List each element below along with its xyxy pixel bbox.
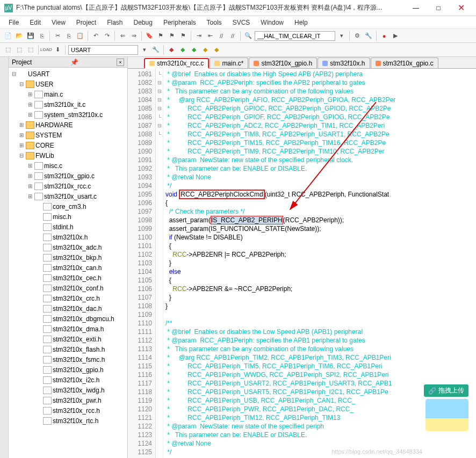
tab-stm32f10x-rcc-c[interactable]: stm32f10x_rcc.c [144, 58, 209, 69]
file-stm32f10x_exti-h[interactable]: stm32f10x_exti.h [9, 334, 127, 344]
save-icon[interactable]: 💾 [26, 31, 35, 41]
target-combo[interactable] [68, 45, 138, 55]
file-stm32f10x_rcc-c[interactable]: ⊞stm32f10x_rcc.c [9, 181, 127, 191]
menu-tools[interactable]: Tools [203, 18, 226, 27]
run-icon[interactable]: ▶ [391, 31, 400, 41]
twisty-icon[interactable]: ⊞ [27, 193, 33, 199]
file-stm32f10x-h[interactable]: stm32f10x.h [9, 232, 127, 242]
twisty-icon[interactable]: ⊞ [27, 112, 33, 118]
file-stm32f10x_adc-h[interactable]: stm32f10x_adc.h [9, 242, 127, 252]
tab-main-c-[interactable]: main.c* [210, 57, 248, 68]
file-system_stm32f10x-c[interactable]: ⊞system_stm32f10x.c [9, 110, 127, 120]
menu-svcs[interactable]: SVCS [228, 18, 255, 27]
options-icon[interactable]: 🔧 [151, 45, 161, 55]
search-input[interactable] [255, 31, 335, 41]
group-system[interactable]: ⊞SYSTEM [9, 130, 127, 140]
file-stm32f10x_cec-h[interactable]: stm32f10x_cec.h [9, 273, 127, 283]
open-icon[interactable]: 📂 [15, 31, 24, 41]
tab-stm32f10x-gpio-c[interactable]: stm32f10x_gpio.c [371, 57, 438, 68]
menu-file[interactable]: File [4, 18, 23, 27]
pack-icon[interactable]: ◆ [189, 45, 199, 55]
flag-icon[interactable]: ⚑ [156, 31, 165, 41]
file-stm32f10x_rcc-h[interactable]: stm32f10x_rcc.h [9, 405, 127, 416]
file-stm32f10x_pwr-h[interactable]: stm32f10x_pwr.h [9, 395, 127, 405]
twisty-icon[interactable]: ⊟ [18, 152, 25, 158]
file-misc-c[interactable]: ⊞misc.c [9, 161, 127, 171]
menu-flash[interactable]: Flash [103, 18, 127, 27]
group-hardware[interactable]: ⊞HARDWARE [9, 120, 127, 130]
flag-next-icon[interactable]: ⚑ [178, 31, 188, 41]
find-icon[interactable]: 🔍 [243, 31, 253, 41]
books-icon[interactable]: ◆ [178, 45, 187, 55]
select-icon[interactable]: ◆ [212, 45, 221, 55]
breakpoint-icon[interactable]: ● [379, 31, 389, 41]
flag-prev-icon[interactable]: ⚑ [167, 31, 177, 41]
nav-back-icon[interactable]: ⇐ [118, 31, 127, 41]
file-stm32f10x_bkp-h[interactable]: stm32f10x_bkp.h [9, 252, 127, 263]
group-fwlib[interactable]: ⊟FWLib [9, 150, 127, 161]
panel-close-icon[interactable]: × [117, 59, 124, 66]
menu-project[interactable]: Project [72, 18, 100, 27]
outdent-icon[interactable]: ⇤ [205, 31, 215, 41]
build-all-icon[interactable]: ⬚ [15, 45, 24, 55]
file-main-c[interactable]: ⊞main.c [9, 89, 127, 99]
file-stm32f10x_i2c-h[interactable]: stm32f10x_i2c.h [9, 375, 127, 385]
search-dropdown-icon[interactable]: ▾ [337, 31, 347, 41]
project-tree[interactable]: ⊟USART⊟USER⊞main.c⊞stm32f10x_it.c⊞system… [9, 68, 127, 458]
debug-icon[interactable]: 🔧 [364, 31, 373, 41]
twisty-icon[interactable]: ⊞ [27, 183, 33, 189]
file-stdint-h[interactable]: stdint.h [9, 222, 127, 232]
file-core_cm3-h[interactable]: core_cm3.h [9, 201, 127, 212]
file-stm32f10x_can-h[interactable]: stm32f10x_can.h [9, 263, 127, 273]
load-icon[interactable]: LOAD [41, 45, 51, 55]
uncomment-icon[interactable]: // [228, 31, 237, 41]
twisty-icon[interactable]: ⊞ [27, 173, 33, 179]
indent-icon[interactable]: ⇥ [194, 31, 204, 41]
maximize-button[interactable]: □ [428, 1, 449, 16]
file-stm32f10x_dma-h[interactable]: stm32f10x_dma.h [9, 324, 127, 334]
file-misc-h[interactable]: misc.h [9, 212, 127, 222]
fold-gutter[interactable]: └ ⊟ ⊟ ⊟ ⊟ └ ⊟ └ [156, 69, 163, 458]
close-button[interactable]: ✕ [450, 1, 472, 16]
group-core[interactable]: ⊞CORE [9, 140, 127, 150]
file-stm32f10x_it-c[interactable]: ⊞stm32f10x_it.c [9, 99, 127, 110]
twisty-icon[interactable]: ⊞ [27, 91, 33, 97]
group-user[interactable]: ⊟USER [9, 79, 127, 89]
cut-icon[interactable]: ✂ [53, 31, 62, 41]
redo-icon[interactable]: ↷ [102, 31, 112, 41]
download-icon[interactable]: ⬇ [53, 45, 62, 55]
tab-stm32f10x-h[interactable]: stm32f10x.h [318, 57, 370, 68]
menu-edit[interactable]: Edit [25, 18, 45, 27]
twisty-icon[interactable]: ⊞ [18, 142, 25, 148]
file-stm32f10x_iwdg-h[interactable]: stm32f10x_iwdg.h [9, 385, 127, 395]
menu-peripherals[interactable]: Peripherals [159, 18, 200, 27]
comment-icon[interactable]: // [217, 31, 226, 41]
bookmark-icon[interactable]: 🔖 [145, 31, 154, 41]
config-icon[interactable]: ⚙ [352, 31, 362, 41]
manage-icon[interactable]: ◆ [167, 45, 176, 55]
build-icon[interactable]: ⬚ [3, 45, 13, 55]
twisty-icon[interactable]: ⊞ [27, 101, 33, 107]
target-root[interactable]: ⊟USART [9, 69, 127, 79]
file-stm32f10x_rtc-h[interactable]: stm32f10x_rtc.h [9, 416, 127, 426]
pin-icon[interactable]: 📌 [70, 59, 78, 66]
twisty-icon[interactable]: ⊞ [18, 132, 25, 138]
copy-icon[interactable]: ⎘ [64, 31, 74, 41]
file-stm32f10x_conf-h[interactable]: stm32f10x_conf.h [9, 283, 127, 293]
menu-help[interactable]: Help [290, 18, 312, 27]
twisty-icon[interactable]: ⊞ [18, 122, 25, 128]
file-stm32f10x_gpio-c[interactable]: ⊞stm32f10x_gpio.c [9, 171, 127, 181]
manage-rte-icon[interactable]: ◆ [200, 45, 210, 55]
menu-view[interactable]: View [47, 18, 70, 27]
nav-fwd-icon[interactable]: ⇒ [129, 31, 139, 41]
tab-stm32f10x-gpio-h[interactable]: stm32f10x_gpio.h [249, 57, 317, 68]
minimize-button[interactable]: — [405, 1, 427, 16]
paste-icon[interactable]: 📋 [75, 31, 85, 41]
undo-icon[interactable]: ↶ [91, 31, 100, 41]
file-stm32f10x_flash-h[interactable]: stm32f10x_flash.h [9, 344, 127, 354]
menu-window[interactable]: Window [256, 18, 288, 27]
menu-debug[interactable]: Debug [129, 18, 157, 27]
twisty-icon[interactable]: ⊟ [18, 81, 25, 87]
twisty-icon[interactable]: ⊟ [11, 71, 17, 77]
file-stm32f10x_dac-h[interactable]: stm32f10x_dac.h [9, 303, 127, 314]
